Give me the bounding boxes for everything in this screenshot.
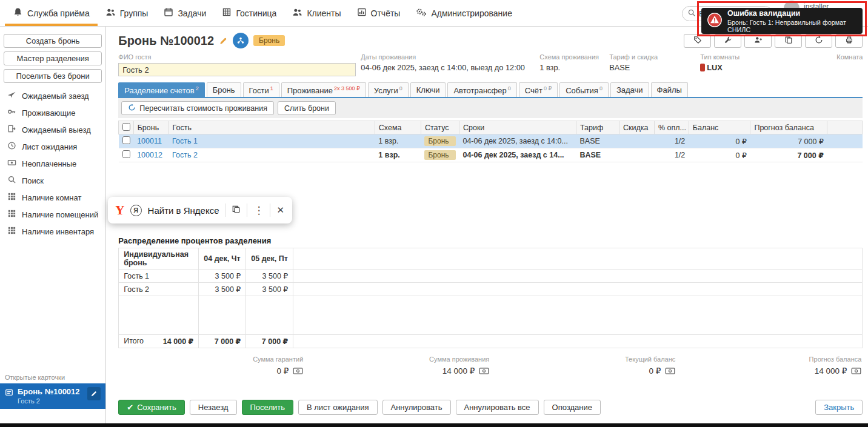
table-row[interactable]: 100011 Гость 1 1 взр. Бронь 04-06 дек 20… xyxy=(119,134,863,148)
money-icon[interactable] xyxy=(665,368,675,374)
late-button[interactable]: Опоздание xyxy=(544,400,601,415)
tags-button[interactable] xyxy=(684,34,711,48)
yandex-logo-icon[interactable]: Y xyxy=(116,204,124,217)
money-icon[interactable] xyxy=(851,368,861,374)
sidebar-item-premises-availability[interactable]: Наличие помещений xyxy=(0,206,105,223)
nav-item-hotel[interactable]: Гостиница xyxy=(214,0,284,26)
merge-bookings-button[interactable]: Слить брони xyxy=(278,101,336,115)
action-bar: ✔Сохранить Незаезд Поселить В лист ожида… xyxy=(118,400,863,415)
page-title: Бронь №100012 xyxy=(118,34,214,48)
select-all-checkbox[interactable] xyxy=(122,123,130,131)
nav-item-front-desk[interactable]: Служба приёма xyxy=(5,0,98,26)
guest-link[interactable]: Гость 2 xyxy=(172,151,198,159)
nav-item-groups[interactable]: Группы xyxy=(98,0,156,26)
copy-selection-button[interactable] xyxy=(232,205,241,216)
waitlist-button[interactable]: В лист ожидания xyxy=(298,400,378,415)
row-checkbox[interactable] xyxy=(122,150,130,158)
tab-transfer[interactable]: Автотрансфер0 xyxy=(447,82,516,97)
plane-icon xyxy=(7,90,16,101)
sidebar-item-expected-arrival[interactable]: Ожидаемый заезд xyxy=(0,87,105,104)
tab-files[interactable]: Файлы xyxy=(651,82,688,97)
open-card-booking[interactable]: Бронь №100012 Гость 2 xyxy=(0,383,105,409)
calendar-icon xyxy=(164,7,173,19)
yandex-search-button[interactable]: Найти в Яндексе xyxy=(148,205,219,216)
sidebar-item-room-availability[interactable]: Наличие комнат xyxy=(0,189,105,206)
door-exit-icon xyxy=(7,124,16,135)
history-button[interactable] xyxy=(805,34,832,48)
split-row: Гость 1 3 500 ₽ 3 500 ₽ xyxy=(119,270,863,283)
nav-item-administration[interactable]: Администрирование xyxy=(408,0,520,26)
tab-bill-split[interactable]: Разделение счетов2 xyxy=(118,82,204,97)
amount-cell: 3 500 ₽ xyxy=(246,283,293,296)
sidebar-item-search[interactable]: Поиск xyxy=(0,172,105,189)
money-icon[interactable] xyxy=(293,368,303,374)
sidebar-item-label: Наличие комнат xyxy=(22,193,81,202)
keys-button[interactable] xyxy=(714,34,741,48)
guest-link[interactable]: Гость 1 xyxy=(172,137,198,145)
edit-title-pencil-icon[interactable] xyxy=(219,36,228,45)
tab-booking[interactable]: Бронь xyxy=(207,82,241,97)
column-header: Индивидуальная бронь xyxy=(119,248,199,270)
search-icon xyxy=(7,175,16,186)
print-button[interactable] xyxy=(835,34,863,48)
key-icon xyxy=(7,107,16,118)
tab-guests[interactable]: Гости1 xyxy=(243,82,279,97)
sidebar-item-residents[interactable]: Проживающие xyxy=(0,104,105,121)
open-card-title: Бронь №100012 xyxy=(18,387,80,396)
copy-button[interactable] xyxy=(775,34,802,48)
sidebar-item-unpaid[interactable]: Неоплаченные xyxy=(0,155,105,172)
sidebar-item-label: Лист ожидания xyxy=(22,142,77,151)
create-booking-button[interactable]: Создать бронь xyxy=(4,34,102,48)
sidebar-item-expected-departure[interactable]: Ожидаемый выезд xyxy=(0,121,105,138)
sidebar-item-inventory-availability[interactable]: Наличие инвентаря xyxy=(0,223,105,240)
edit-pencil-icon[interactable] xyxy=(87,387,101,400)
nav-item-tasks[interactable]: Задачи xyxy=(156,0,214,26)
table-row[interactable]: 100012 Гость 2 1 взр. Бронь 04-06 дек 20… xyxy=(119,148,863,162)
popup-close-button[interactable]: ✕ xyxy=(276,205,284,216)
check-in-button[interactable]: Поселить xyxy=(242,400,293,415)
current-balance-value: 0 ₽ xyxy=(649,366,661,376)
toast-title: Ошибка валидации xyxy=(727,9,856,18)
validation-error-toast: Ошибка валидации Бронь: Гость 1: Неправи… xyxy=(701,8,863,34)
nav-item-clients[interactable]: Клиенты xyxy=(284,0,349,26)
tariff-label: Тариф и скидка xyxy=(609,53,700,61)
tab-events[interactable]: События0 xyxy=(559,82,609,97)
more-options-button[interactable]: ⋮ xyxy=(253,204,264,217)
money-icon[interactable] xyxy=(479,368,489,374)
nav-item-reports[interactable]: Отчёты xyxy=(349,0,409,26)
annul-all-button[interactable]: Аннулировать все xyxy=(456,400,539,415)
tab-tasks[interactable]: Задачи xyxy=(610,82,649,97)
tab-invoice[interactable]: Счёт0 ₽ xyxy=(519,82,558,97)
column-header: Тариф xyxy=(576,121,619,134)
sidebar-item-waitlist[interactable]: Лист ожидания xyxy=(0,138,105,155)
tab-keys[interactable]: Ключи xyxy=(410,82,446,97)
bell-icon xyxy=(13,7,23,19)
annul-button[interactable]: Аннулировать xyxy=(382,400,451,415)
nav-label: Группы xyxy=(120,8,149,18)
sidebar-item-label: Неоплаченные xyxy=(22,159,76,168)
row-checkbox[interactable] xyxy=(122,136,130,144)
close-button[interactable]: Закрыть xyxy=(815,400,863,415)
stay-dates-value: 04-06 дек 2025, заезд с 14:00, выезд до … xyxy=(361,63,539,72)
tab-services[interactable]: Услуги0 xyxy=(368,82,409,97)
gears-icon xyxy=(416,7,427,19)
booking-id-link[interactable]: 100011 xyxy=(137,137,162,145)
split-header-row: Индивидуальная бронь 04 дек, Чт 05 дек, … xyxy=(119,248,863,270)
tab-accommodation[interactable]: Проживание2х 3 500 ₽ xyxy=(281,82,366,97)
yandex-circle-icon: Я xyxy=(130,205,142,216)
sidebar: Создать бронь Мастер разделения Поселить… xyxy=(0,27,106,427)
add-guest-button[interactable] xyxy=(744,34,772,48)
checkin-without-booking-button[interactable]: Поселить без брони xyxy=(4,69,102,83)
status-badge: Бронь xyxy=(424,150,456,160)
split-wizard-button[interactable]: Мастер разделения xyxy=(4,51,102,65)
split-booking-icon[interactable] xyxy=(233,33,249,48)
recalculate-cost-button[interactable]: Пересчитать стоимость проживания xyxy=(121,101,274,115)
booking-id-link[interactable]: 100012 xyxy=(137,151,162,159)
stay-dates-label: Даты проживания xyxy=(361,53,539,61)
header-toolbar xyxy=(684,34,863,48)
save-button[interactable]: ✔Сохранить xyxy=(118,400,185,415)
amount-cell: 3 500 ₽ xyxy=(246,270,293,283)
no-show-button[interactable]: Незаезд xyxy=(190,400,237,415)
check-icon: ✔ xyxy=(127,403,133,412)
guest-name-input[interactable] xyxy=(118,63,356,76)
